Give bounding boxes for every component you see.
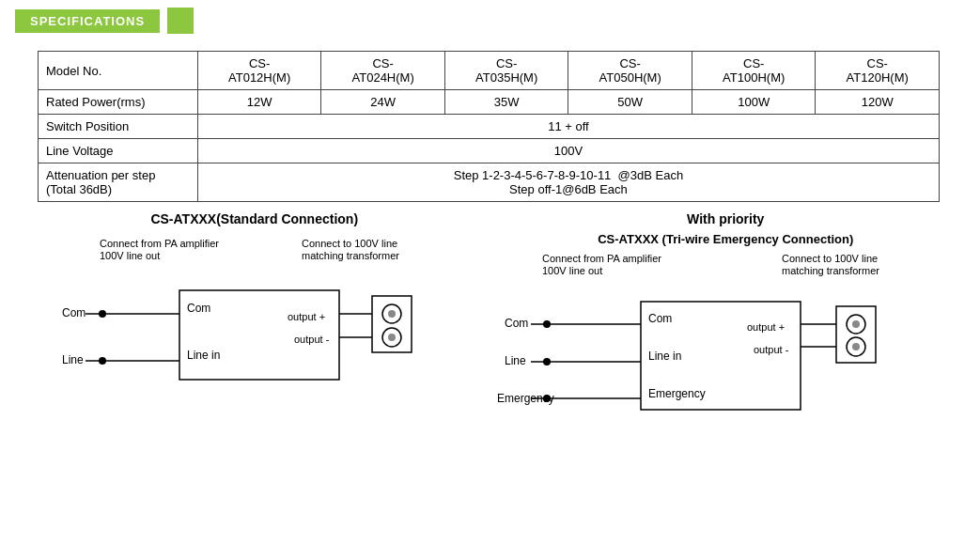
right-label-from-line2: 100V line out	[542, 265, 602, 276]
left-box-out-minus: output -	[294, 334, 330, 345]
power-24w: 24W	[321, 90, 445, 115]
table-row-attenuation: Attenuation per step(Total 36dB) Step 1-…	[39, 163, 940, 202]
left-label-to-line2: matching transformer	[302, 250, 399, 261]
specs-section: Model No. CS-AT012H(M) CS-AT024H(M) CS-A…	[0, 41, 980, 202]
left-com-label: Com	[62, 306, 86, 319]
left-box-linein: Line in	[187, 349, 220, 362]
header-accent-square	[167, 8, 194, 34]
left-line-label: Line	[62, 353, 84, 366]
model-at050: CS-AT050H(M)	[568, 52, 692, 90]
model-at035: CS-AT035H(M)	[444, 52, 568, 90]
table-row-voltage: Line Voltage 100V	[39, 139, 940, 163]
model-at024: CS-AT024H(M)	[321, 52, 445, 90]
voltage-value: 100V	[197, 139, 939, 163]
table-row-switch: Switch Position 11 + off	[39, 115, 940, 139]
left-connector-dot-bot	[388, 334, 396, 341]
model-at100: CS-AT100H(M)	[692, 52, 816, 90]
power-50w: 50W	[568, 90, 692, 115]
model-label: Model No.	[39, 52, 198, 90]
right-box-out-minus: output -	[754, 344, 789, 355]
switch-label: Switch Position	[39, 115, 198, 139]
right-diagram-svg: Connect from PA amplifier 100V line out …	[490, 250, 960, 414]
left-label-to-line1: Connect to 100V line	[302, 238, 397, 249]
right-diagram-subtitle: CS-ATXXX (Tri-wire Emergency Connection)	[598, 232, 853, 246]
diagrams-section: CS-ATXXX(Standard Connection) Connect fr…	[0, 202, 980, 414]
model-at012: CS-AT012H(M)	[197, 52, 321, 90]
power-12w: 12W	[197, 90, 321, 115]
right-title-with-priority: With priority	[687, 211, 764, 226]
left-connector-dot-top	[388, 310, 396, 318]
right-box-emergency: Emergency	[648, 387, 706, 400]
table-row-model: Model No. CS-AT012H(M) CS-AT024H(M) CS-A…	[39, 52, 940, 90]
attenuation-label: Attenuation per step(Total 36dB)	[39, 163, 198, 202]
left-diagram-title: CS-ATXXX(Standard Connection)	[150, 211, 358, 226]
left-label-from-line2: 100V line out	[100, 250, 160, 261]
right-box-com: Com	[648, 312, 672, 325]
power-100w: 100W	[692, 90, 816, 115]
attenuation-value: Step 1-2-3-4-5-6-7-8-9-10-11 @3dB EachSt…	[197, 163, 939, 202]
right-connector-dot-bot	[852, 343, 860, 350]
left-diagram-svg: Connect from PA amplifier 100V line out …	[34, 232, 475, 397]
switch-value: 11 + off	[197, 115, 939, 139]
right-com-label: Com	[505, 317, 528, 330]
right-line-label: Line	[505, 354, 526, 367]
diagram-right: With priority CS-ATXXX (Tri-wire Emergen…	[490, 211, 962, 414]
right-connector-dot-top	[852, 320, 860, 328]
header-bar: SPECIFICATIONS	[0, 0, 980, 41]
right-diagram-title: With priority	[687, 211, 764, 226]
diagram-left: CS-ATXXX(Standard Connection) Connect fr…	[19, 211, 490, 414]
specs-table: Model No. CS-AT012H(M) CS-AT024H(M) CS-A…	[38, 51, 940, 202]
right-box-linein: Line in	[648, 350, 681, 363]
specs-header-label: SPECIFICATIONS	[15, 9, 160, 33]
power-120w: 120W	[816, 90, 940, 115]
right-label-from-line1: Connect from PA amplifier	[542, 253, 661, 264]
table-row-power: Rated Power(rms) 12W 24W 35W 50W 100W 12…	[39, 90, 940, 115]
model-at120: CS-AT120H(M)	[816, 52, 940, 90]
right-label-to-line2: matching transformer	[782, 265, 879, 276]
left-label-from-line1: Connect from PA amplifier	[100, 238, 219, 249]
power-35w: 35W	[444, 90, 568, 115]
left-box-com: Com	[187, 302, 210, 315]
right-label-to-line1: Connect to 100V line	[782, 253, 878, 264]
voltage-label: Line Voltage	[39, 139, 198, 163]
power-label: Rated Power(rms)	[39, 90, 198, 115]
right-box-out-plus: output +	[747, 321, 785, 333]
left-box-out-plus: output +	[288, 311, 325, 322]
